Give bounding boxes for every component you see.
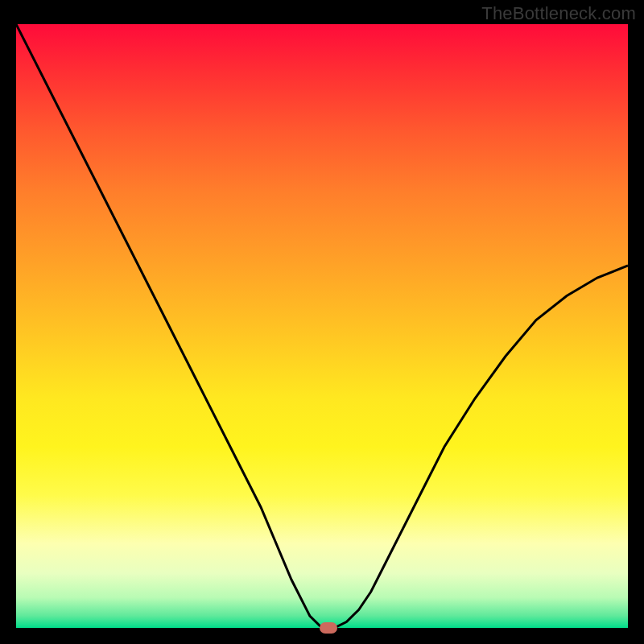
plot-area <box>16 24 628 628</box>
curve-svg <box>16 24 628 628</box>
chart-frame: TheBottleneck.com <box>0 0 644 644</box>
optimal-marker <box>320 622 337 634</box>
bottleneck-curve <box>16 24 628 628</box>
attribution-watermark: TheBottleneck.com <box>481 3 636 24</box>
